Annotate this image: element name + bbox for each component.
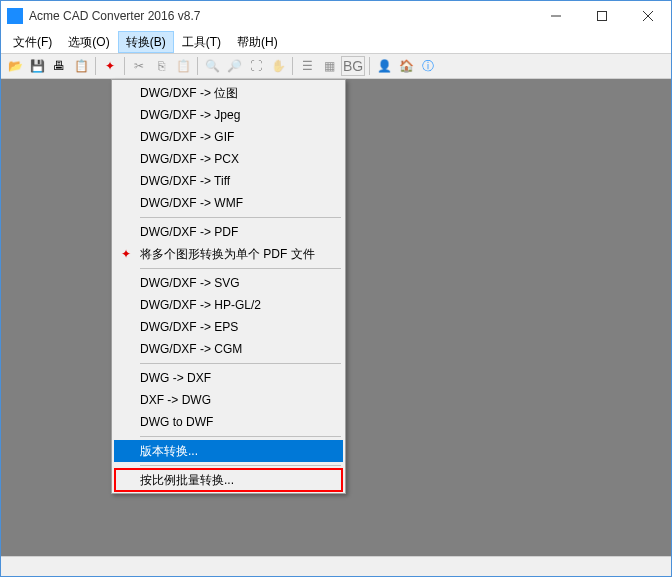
menu-dwg-to-svg[interactable]: DWG/DXF -> SVG [114,272,343,294]
menu-item-label: DWG/DXF -> 位图 [140,85,238,102]
menu-item-label: 将多个图形转换为单个 PDF 文件 [140,246,315,263]
save-button[interactable]: 💾 [27,56,47,76]
preview-icon: 📋 [74,59,89,73]
menu-separator [140,465,341,466]
menu-version-convert[interactable]: 版本转换... [114,440,343,462]
cut-icon: ✂ [134,59,144,73]
menu-tools[interactable]: 工具(T) [174,31,229,53]
pan-icon: ✋ [271,59,286,73]
close-icon [643,11,653,21]
menu-dwg-to-eps[interactable]: DWG/DXF -> EPS [114,316,343,338]
info-icon: ⓘ [422,58,434,75]
menu-batch-scale-convert[interactable]: 按比例批量转换... [114,469,343,491]
maximize-icon [597,11,607,21]
copy-icon: ⎘ [158,59,165,73]
close-button[interactable] [625,1,671,31]
menu-separator [140,363,341,364]
copy-button[interactable]: ⎘ [151,56,171,76]
menu-item-label: DWG/DXF -> PCX [140,152,239,166]
batch-icon: ✦ [105,59,115,73]
menu-dwg-to-wmf[interactable]: DWG/DXF -> WMF [114,192,343,214]
grid-icon: ▦ [324,59,335,73]
menu-item-label: DWG/DXF -> CGM [140,342,242,356]
bg-button[interactable]: BG [341,56,365,76]
menu-item-label: 按比例批量转换... [140,472,234,489]
menu-file[interactable]: 文件(F) [5,31,60,53]
menu-separator [140,217,341,218]
toolbar-separator [95,57,96,75]
menu-dwg-to-hpgl[interactable]: DWG/DXF -> HP-GL/2 [114,294,343,316]
layer-icon: ☰ [302,59,313,73]
menubar: 文件(F) 选项(O) 转换(B) 工具(T) 帮助(H) [1,31,671,53]
print-icon: 🖶 [53,59,65,73]
info-button[interactable]: ⓘ [418,56,438,76]
user-button[interactable]: 👤 [374,56,394,76]
titlebar: Acme CAD Converter 2016 v8.7 [1,1,671,31]
paste-icon: 📋 [176,59,191,73]
menu-dwg-to-dxf[interactable]: DWG -> DXF [114,367,343,389]
home-button[interactable]: 🏠 [396,56,416,76]
menu-dxf-to-dwg[interactable]: DXF -> DWG [114,389,343,411]
menu-item-label: 版本转换... [140,443,198,460]
toolbar-separator [292,57,293,75]
toolbar-separator [124,57,125,75]
paste-button[interactable]: 📋 [173,56,193,76]
folder-open-icon: 📂 [8,59,23,73]
menu-item-label: DWG/DXF -> GIF [140,130,234,144]
menu-separator [140,268,341,269]
menu-dwg-to-bitmap[interactable]: DWG/DXF -> 位图 [114,82,343,104]
menu-dwg-to-pdf[interactable]: DWG/DXF -> PDF [114,221,343,243]
toolbar-separator [369,57,370,75]
maximize-button[interactable] [579,1,625,31]
toolbar: 📂 💾 🖶 📋 ✦ ✂ ⎘ 📋 🔍 🔎 ⛶ ✋ ☰ ▦ BG 👤 🏠 ⓘ [1,53,671,79]
pdf-merge-icon: ✦ [118,247,134,261]
home-icon: 🏠 [399,59,414,73]
menu-item-label: DWG -> DXF [140,371,211,385]
menu-dwg-to-dwf[interactable]: DWG to DWF [114,411,343,433]
layer-button[interactable]: ☰ [297,56,317,76]
menu-item-label: DWG/DXF -> SVG [140,276,240,290]
menu-dwg-to-tiff[interactable]: DWG/DXF -> Tiff [114,170,343,192]
preview-button[interactable]: 📋 [71,56,91,76]
minimize-icon [551,11,561,21]
menu-dwg-to-jpeg[interactable]: DWG/DXF -> Jpeg [114,104,343,126]
workspace: DWG/DXF -> 位图 DWG/DXF -> Jpeg DWG/DXF ->… [1,79,671,556]
pan-button[interactable]: ✋ [268,56,288,76]
menu-separator [140,436,341,437]
minimize-button[interactable] [533,1,579,31]
app-icon [7,8,23,24]
menu-item-label: DWG/DXF -> WMF [140,196,243,210]
menu-convert[interactable]: 转换(B) [118,31,174,53]
convert-dropdown: DWG/DXF -> 位图 DWG/DXF -> Jpeg DWG/DXF ->… [111,79,346,494]
menu-dwg-to-gif[interactable]: DWG/DXF -> GIF [114,126,343,148]
zoom-in-icon: 🔍 [205,59,220,73]
zoom-fit-button[interactable]: ⛶ [246,56,266,76]
zoom-fit-icon: ⛶ [250,59,262,73]
zoom-out-icon: 🔎 [227,59,242,73]
toolbar-separator [197,57,198,75]
menu-dwg-to-cgm[interactable]: DWG/DXF -> CGM [114,338,343,360]
save-icon: 💾 [30,59,45,73]
print-button[interactable]: 🖶 [49,56,69,76]
menu-item-label: DWG to DWF [140,415,213,429]
menu-dwg-to-pcx[interactable]: DWG/DXF -> PCX [114,148,343,170]
menu-merge-pdf[interactable]: ✦将多个图形转换为单个 PDF 文件 [114,243,343,265]
menu-item-label: DWG/DXF -> Jpeg [140,108,240,122]
menu-item-label: DWG/DXF -> PDF [140,225,238,239]
menu-help[interactable]: 帮助(H) [229,31,286,53]
zoom-out-button[interactable]: 🔎 [224,56,244,76]
statusbar [1,556,671,576]
cut-button[interactable]: ✂ [129,56,149,76]
app-window: Acme CAD Converter 2016 v8.7 文件(F) 选项(O)… [0,0,672,577]
menu-item-label: DXF -> DWG [140,393,211,407]
menu-item-label: DWG/DXF -> EPS [140,320,238,334]
menu-options[interactable]: 选项(O) [60,31,117,53]
svg-rect-1 [598,12,607,21]
open-button[interactable]: 📂 [5,56,25,76]
batch-button[interactable]: ✦ [100,56,120,76]
window-title: Acme CAD Converter 2016 v8.7 [29,9,533,23]
user-icon: 👤 [377,59,392,73]
menu-item-label: DWG/DXF -> Tiff [140,174,230,188]
zoom-in-button[interactable]: 🔍 [202,56,222,76]
grid-button[interactable]: ▦ [319,56,339,76]
